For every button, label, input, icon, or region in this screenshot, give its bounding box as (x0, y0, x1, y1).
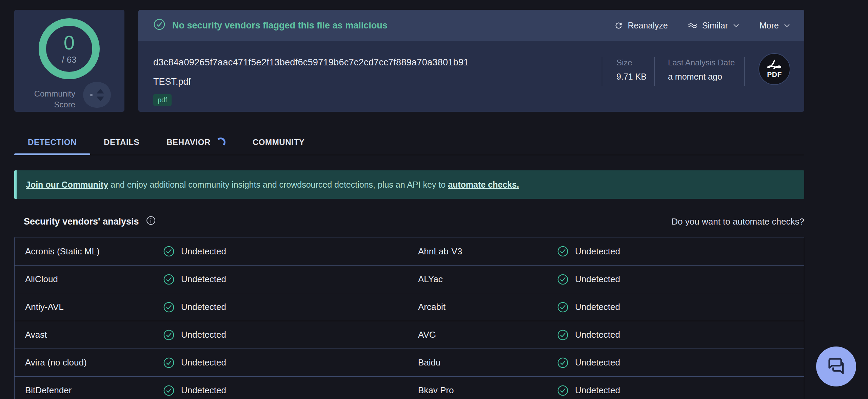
more-button[interactable]: More (760, 21, 791, 30)
reanalyze-button[interactable]: Reanalyze (614, 21, 668, 30)
status-text: Undetected (181, 385, 226, 396)
status-text: Undetected (181, 302, 226, 312)
status-text: Undetected (181, 330, 226, 340)
file-size-block: Size 9.71 KB (616, 58, 647, 82)
divider (654, 57, 655, 86)
size-label: Size (616, 58, 647, 67)
vote-down-icon[interactable] (97, 97, 104, 101)
pdf-badge-label: PDF (767, 70, 782, 79)
status-text: Undetected (575, 302, 620, 312)
verdict-text: No security vendors flagged this file as… (172, 20, 388, 31)
vendor-status: Undetected (557, 246, 804, 257)
community-vote-control[interactable] (83, 82, 111, 108)
file-type-tag[interactable]: pdf (153, 94, 172, 106)
check-circle-icon (557, 301, 569, 313)
status-text: Undetected (181, 246, 226, 257)
check-circle-icon (557, 274, 569, 285)
tab-detection[interactable]: DETECTION (14, 129, 90, 155)
vendor-status: Undetected (163, 246, 418, 257)
reanalyze-label: Reanalyze (628, 21, 668, 30)
table-row: AliCloud Undetected ALYac Undetected (15, 265, 804, 293)
check-circle-icon (153, 18, 165, 33)
vendor-name: Avira (no cloud) (15, 357, 163, 368)
tab-community-label: COMMUNITY (253, 138, 304, 147)
info-icon[interactable] (146, 215, 156, 228)
vendor-name: BitDefender (15, 385, 163, 396)
size-value: 9.71 KB (616, 72, 647, 82)
more-label: More (760, 21, 779, 30)
adobe-pdf-icon (767, 60, 782, 71)
vendor-name: Bkav Pro (418, 385, 557, 396)
check-circle-icon (163, 246, 175, 257)
check-circle-icon (557, 385, 569, 396)
tab-behavior[interactable]: BEHAVIOR (153, 129, 239, 155)
vendor-status: Undetected (163, 329, 418, 341)
check-circle-icon (557, 357, 569, 369)
section-title-text: Security vendors' analysis (24, 216, 139, 227)
table-row: Avira (no cloud) Undetected Baidu Undete… (15, 349, 804, 376)
check-circle-icon (557, 329, 569, 341)
status-text: Undetected (575, 385, 620, 396)
divider (602, 57, 602, 86)
file-name: TEST.pdf (153, 77, 191, 87)
vendor-name: Antiy-AVL (15, 302, 163, 312)
vendor-status: Undetected (557, 385, 804, 396)
table-row: Acronis (Static ML) Undetected AhnLab-V3… (15, 237, 804, 265)
vendors-section-header: Security vendors' analysis Do you want t… (14, 213, 804, 230)
vendor-status: Undetected (557, 301, 804, 313)
similar-label: Similar (702, 21, 728, 30)
status-text: Undetected (575, 246, 620, 257)
vendor-status: Undetected (163, 274, 418, 285)
refresh-icon (614, 21, 623, 30)
join-community-link[interactable]: Join our Community (26, 180, 108, 189)
check-circle-icon (163, 357, 175, 369)
similar-waves-icon (688, 21, 698, 29)
status-text: Undetected (181, 357, 226, 368)
automate-checks-link[interactable]: automate checks. (448, 180, 519, 189)
chevron-down-icon (783, 22, 791, 29)
vendor-status: Undetected (163, 357, 418, 369)
vendor-name: AVG (418, 330, 557, 340)
last-analysis-block: Last Analysis Date a moment ago (668, 58, 735, 82)
last-analysis-label: Last Analysis Date (668, 58, 735, 67)
file-hash: d3c84a09265f7aac471f5e2f13bedf6c59719b6c… (153, 57, 469, 68)
vendor-name: Arcabit (418, 302, 557, 312)
check-circle-icon (557, 246, 569, 257)
chevron-down-icon (732, 22, 740, 29)
tab-details-label: DETAILS (104, 138, 139, 147)
vendor-status: Undetected (557, 274, 804, 285)
table-row: BitDefender Undetected Bkav Pro Undetect… (15, 376, 804, 399)
security-vendors-table: Acronis (Static ML) Undetected AhnLab-V3… (14, 237, 804, 399)
forum-chat-icon (826, 356, 846, 377)
tab-community[interactable]: COMMUNITY (239, 129, 318, 155)
vendor-name: AliCloud (15, 274, 163, 285)
vote-arrows[interactable] (97, 89, 104, 101)
header-actions: Reanalyze Similar More (614, 21, 791, 30)
tab-detection-label: DETECTION (28, 138, 77, 147)
status-text: Undetected (575, 274, 620, 285)
check-circle-icon (163, 385, 175, 396)
vendor-name: ALYac (418, 274, 557, 285)
check-circle-icon (163, 274, 175, 285)
tab-details[interactable]: DETAILS (90, 129, 153, 155)
pdf-file-type-badge: PDF (758, 53, 790, 85)
file-report-card: No security vendors flagged this file as… (138, 10, 804, 112)
community-score-label: Community Score (31, 88, 75, 110)
vote-up-icon[interactable] (97, 89, 104, 93)
vendor-status: Undetected (163, 301, 418, 313)
detections-count: 0 (64, 33, 75, 52)
report-tabs: DETECTION DETAILS BEHAVIOR COMMUNITY (14, 129, 804, 155)
automate-checks-cta[interactable]: Do you want to automate checks? (671, 216, 804, 227)
behavior-loading-spinner-icon (216, 138, 225, 147)
status-text: Undetected (575, 357, 620, 368)
vendor-name: Acronis (Static ML) (15, 246, 163, 257)
engines-total: / 63 (62, 55, 76, 65)
chat-fab-button[interactable] (816, 346, 856, 386)
similar-button[interactable]: Similar (688, 21, 740, 30)
check-circle-icon (163, 301, 175, 313)
vendor-status: Undetected (163, 385, 418, 396)
vendor-status: Undetected (557, 329, 804, 341)
verdict-message: No security vendors flagged this file as… (153, 18, 388, 33)
vendor-name: AhnLab-V3 (418, 246, 557, 257)
score-card: 0 / 63 Community Score (14, 10, 124, 112)
